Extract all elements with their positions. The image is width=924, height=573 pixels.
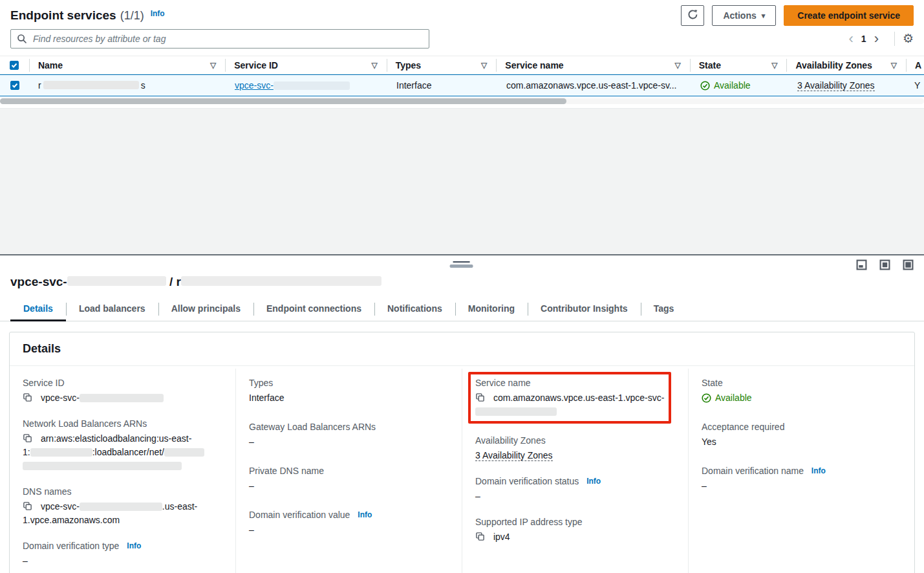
column-header-state[interactable]: State ▽ xyxy=(690,56,787,74)
column-header-service-name[interactable]: Service name ▽ xyxy=(496,56,689,74)
page-title: Endpoint services xyxy=(10,8,116,23)
panel-title-separator: / xyxy=(169,275,173,288)
dns-names-label: DNS names xyxy=(23,486,222,497)
filter-icon-az[interactable]: ▽ xyxy=(886,61,897,70)
domain-verification-name-label: Domain verification name xyxy=(702,466,804,476)
filter-icon-state[interactable]: ▽ xyxy=(766,61,777,70)
list-header: Endpoint services (1/1) Info Actions ▾ C… xyxy=(0,0,924,27)
check-circle-icon xyxy=(700,81,710,91)
search-input[interactable] xyxy=(10,29,429,49)
tab-notifications[interactable]: Notifications xyxy=(374,297,455,321)
column-header-types[interactable]: Types ▽ xyxy=(387,56,497,74)
copy-icon[interactable] xyxy=(475,394,488,404)
dns-name-prefix: vpce-svc- xyxy=(41,501,80,512)
select-all-cell xyxy=(0,56,29,74)
split-panel-drag-handle[interactable] xyxy=(449,261,473,268)
redacted-dns-id xyxy=(80,503,162,511)
copy-icon[interactable] xyxy=(475,533,488,543)
availability-zones-popover-link[interactable]: 3 Availability Zones xyxy=(797,80,875,91)
info-link[interactable]: Info xyxy=(586,477,601,486)
service-id-value-prefix: vpce-svc- xyxy=(41,393,80,403)
column-header-service-name-label: Service name xyxy=(505,60,563,70)
filter-icon-name[interactable]: ▽ xyxy=(205,61,216,70)
field-domain-verification-name: Domain verification name Info – xyxy=(702,466,901,493)
domain-verification-status-value: – xyxy=(475,490,675,503)
row-types-cell: Interface xyxy=(387,75,497,96)
row-az-cell: 3 Availability Zones xyxy=(788,75,908,96)
service-name-value: com.amazonaws.vpce.us-east-1.vpce-svc- xyxy=(493,393,665,403)
field-gwlb-arns: Gateway Load Balancers ARNs – xyxy=(249,422,449,449)
search-row: ‹ 1 › ⚙ xyxy=(10,28,914,49)
table-row[interactable]: r s vpce-svc- Interface com.amazonaws.vp… xyxy=(0,74,924,96)
header-info-link[interactable]: Info xyxy=(151,9,165,18)
row-checkbox[interactable] xyxy=(10,81,19,90)
redacted-service-name-id xyxy=(475,407,557,416)
field-supported-ip: Supported IP address type ipv4 xyxy=(475,517,675,544)
check-circle-icon xyxy=(702,393,711,403)
split-panel-size-controls xyxy=(856,259,914,270)
horizontal-scrollbar-thumb[interactable] xyxy=(0,98,566,104)
details-column-4: State Available Acceptance required xyxy=(688,369,914,573)
tab-tags[interactable]: Tags xyxy=(641,297,687,321)
service-id-link[interactable]: vpce-svc- xyxy=(235,80,350,91)
tab-contributor-insights[interactable]: Contributor Insights xyxy=(528,297,641,321)
info-link[interactable]: Info xyxy=(358,510,372,519)
column-header-service-id[interactable]: Service ID ▽ xyxy=(225,56,386,74)
tab-endpoint-connections[interactable]: Endpoint connections xyxy=(253,297,374,321)
panel-size-small-icon[interactable] xyxy=(856,259,867,270)
row-name-suffix: s xyxy=(141,80,145,91)
details-column-1: Service ID vpce-svc- Network Load Balanc… xyxy=(10,369,235,573)
redacted-account-id xyxy=(30,448,92,457)
field-service-id: Service ID vpce-svc- xyxy=(23,378,222,405)
row-state-cell: Available xyxy=(691,75,788,96)
state-available: Available xyxy=(702,391,901,405)
panel-size-full-icon[interactable] xyxy=(903,259,914,270)
field-state: State Available xyxy=(702,378,901,405)
previous-page-icon[interactable]: ‹ xyxy=(843,32,860,45)
copy-icon[interactable] xyxy=(23,394,35,404)
create-endpoint-service-button[interactable]: Create endpoint service xyxy=(784,5,914,26)
column-header-acceptance-label: A xyxy=(915,60,921,70)
service-id-label: Service ID xyxy=(23,378,222,388)
endpoint-services-list-section: Endpoint services (1/1) Info Actions ▾ C… xyxy=(0,0,924,108)
field-domain-verification-value: Domain verification value Info – xyxy=(249,510,449,537)
details-column-2: Types Interface Gateway Load Balancers A… xyxy=(235,369,462,573)
refresh-button[interactable] xyxy=(681,5,704,26)
info-link[interactable]: Info xyxy=(127,541,141,550)
availability-zones-popover-link[interactable]: 3 Availability Zones xyxy=(475,450,553,461)
state-value: Available xyxy=(715,391,752,405)
filter-icon-service-id[interactable]: ▽ xyxy=(366,61,377,70)
copy-icon[interactable] xyxy=(23,435,35,445)
filter-icon-types[interactable]: ▽ xyxy=(476,61,487,70)
tab-monitoring[interactable]: Monitoring xyxy=(455,297,528,321)
field-domain-verification-type: Domain verification type Info – xyxy=(23,541,222,568)
select-all-checkbox[interactable] xyxy=(10,61,19,70)
acceptance-required-value: Yes xyxy=(702,435,901,449)
table-preferences-gear-icon[interactable]: ⚙ xyxy=(903,32,914,45)
info-link[interactable]: Info xyxy=(811,466,826,475)
horizontal-scrollbar xyxy=(0,98,924,104)
field-types: Types Interface xyxy=(249,378,449,405)
state-label: Available xyxy=(714,80,751,91)
copy-icon[interactable] xyxy=(23,503,35,513)
filter-icon-service-name[interactable]: ▽ xyxy=(669,61,680,70)
next-page-icon[interactable]: › xyxy=(868,32,885,45)
column-header-name[interactable]: Name ▽ xyxy=(29,56,225,74)
domain-verification-type-value: – xyxy=(23,554,222,568)
tab-load-balancers[interactable]: Load balancers xyxy=(66,297,158,321)
current-page-number[interactable]: 1 xyxy=(860,34,868,44)
column-header-acceptance[interactable]: A xyxy=(906,56,924,74)
panel-size-half-icon[interactable] xyxy=(879,259,890,270)
availability-zones-label: Availability Zones xyxy=(475,435,675,446)
tab-details[interactable]: Details xyxy=(10,297,66,321)
dns-name-line2: 1.vpce.amazonaws.com xyxy=(23,515,120,525)
nlb-arn-line1: arn:aws:elasticloadbalancing:us-east- xyxy=(41,433,191,444)
domain-verification-type-label: Domain verification type xyxy=(23,541,119,551)
field-acceptance-required: Acceptance required Yes xyxy=(702,422,901,449)
field-nlb-arns: Network Load Balancers ARNs arn:aws:elas… xyxy=(23,418,222,473)
pagination: ‹ 1 › ⚙ xyxy=(843,32,914,46)
redacted-service-id-value xyxy=(80,394,164,402)
actions-button[interactable]: Actions ▾ xyxy=(712,5,776,26)
column-header-availability-zones[interactable]: Availability Zones ▽ xyxy=(786,56,906,74)
tab-allow-principals[interactable]: Allow principals xyxy=(158,297,253,321)
